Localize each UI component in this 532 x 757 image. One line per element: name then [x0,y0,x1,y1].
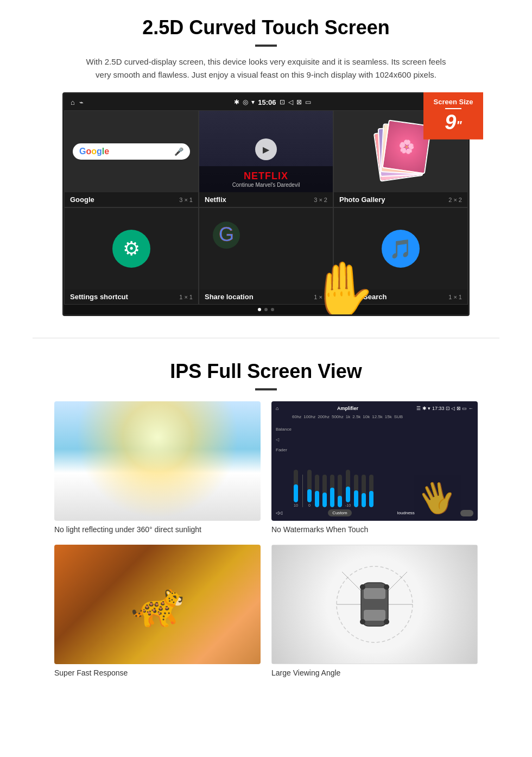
share-app-cell[interactable]: G G 🤚 Share location 1 × 1 [199,207,333,305]
section2-title: IPS Full Screen View [33,360,499,383]
amp-slider-6 [338,475,342,507]
settings-label-row: Settings shortcut 1 × 1 [65,289,198,304]
feature-sunlight-caption: No light reflecting under 360° direct su… [54,525,261,534]
car-visual [271,545,478,664]
window-icon: ▭ [305,98,311,106]
svg-point-11 [360,584,365,590]
app-grid-top: Google 🎤 Google 3 × 1 ▶ [64,110,468,207]
share-cell-inner: G G 🤚 [199,208,333,289]
section1-title: 2.5D Curved Touch Screen [33,16,499,39]
dots-navigation [64,305,468,314]
screen-size-badge: Screen Size 9" [423,92,483,140]
amp-speaker-icon: ◁ [276,437,292,442]
settings-cell-inner: ⚙ [65,208,198,289]
amp-fader-label: Fader [276,447,292,452]
amp-slider-7: -10 [345,470,351,507]
section1-divider [255,45,277,47]
netflix-app-cell[interactable]: ▶ NETFLIX Continue Marvel's Daredevil Ne… [199,110,333,207]
google-label-row: Google 3 × 1 [65,192,198,207]
google-app-cell[interactable]: Google 🎤 Google 3 × 1 [64,110,199,207]
camera-icon: ⊡ [280,98,285,106]
wifi-icon: ▾ [251,98,255,106]
google-cell-inner: Google 🎤 [65,111,198,192]
photos-app-name: Photo Gallery [339,195,385,204]
badge-title-text: Screen Size [428,98,479,106]
amp-divider [302,475,303,507]
car-diagram [331,561,418,648]
settings-icon-bg: ⚙ [112,230,150,268]
netflix-app-size: 3 × 2 [314,197,327,203]
amp-title: Amplifier [337,406,358,411]
hand-pointing: 🤚 [308,258,376,316]
status-center: ✱ ◎ ▾ 15:06 ⊡ ◁ ⊠ ▭ [84,98,461,106]
amp-back-icon: ◁◁ [276,510,282,515]
status-bar: ⌂ ⌁ ✱ ◎ ▾ 15:06 ⊡ ◁ ⊠ ▭ [64,94,468,110]
amp-slider-1: 10 [294,470,298,507]
amp-balance-label: Balance [276,427,292,432]
svg-point-14 [384,619,389,624]
status-left: ⌂ ⌁ [71,98,84,106]
settings-app-cell[interactable]: ⚙ Settings shortcut 1 × 1 [64,207,199,305]
feature-sunlight: No light reflecting under 360° direct su… [54,401,261,534]
dot-1[interactable] [258,308,261,311]
badge-number: 9 [445,111,456,134]
section-ips: IPS Full Screen View No light reflecting… [0,349,532,693]
feature-amplifier-caption: No Watermarks When Touch [271,525,478,534]
home-icon[interactable]: ⌂ [71,98,75,106]
dot-2[interactable] [264,308,268,311]
amp-slider-9 [362,475,366,507]
viewing-angle-circle [331,561,418,648]
section1-description: With 2.5D curved-display screen, this de… [81,55,451,81]
netflix-app-name: Netflix [205,195,226,204]
badge-inch: " [456,118,461,132]
dot-3[interactable] [271,308,274,311]
amp-freq-labels: 60hz100hz200hz500hz1k2.5k10k12.5k15kSUB [276,414,473,419]
svg-point-12 [384,584,389,590]
volume-icon: ◁ [288,98,293,106]
badge-size-number: 9" [428,111,479,134]
share-app-name: Share location [205,293,254,301]
netflix-cell-inner: ▶ NETFLIX Continue Marvel's Daredevil [199,111,333,192]
sun-rays [76,401,239,519]
svg-rect-10 [364,610,385,621]
amp-slider-2: 0 [307,470,312,507]
feature-amplifier: ⌂ Amplifier ☰ ✱ ▾ 17:33 ⊡ ◁ ⊠ ▭ ← 60hz10… [271,401,478,534]
device-container: Screen Size 9" ⌂ ⌁ ✱ ◎ ▾ 15:06 ⊡ ◁ [54,92,478,316]
netflix-play-button[interactable]: ▶ [255,138,277,160]
app-grid-bottom: ⚙ Settings shortcut 1 × 1 G [64,207,468,305]
svg-point-13 [360,619,365,624]
amp-slider-8 [354,475,358,507]
amp-slider-4 [322,475,327,507]
google-app-name: Google [70,195,94,204]
feature-car: Large Viewing Angle [271,545,478,677]
close-icon: ⊠ [296,98,302,106]
gear-icon: ⚙ [123,237,140,260]
google-mic-icon[interactable]: 🎤 [174,147,183,156]
google-search-bar[interactable]: Google 🎤 [73,143,190,160]
amp-slider-10 [369,475,373,507]
amplifier-visual: ⌂ Amplifier ☰ ✱ ▾ 17:33 ⊡ ◁ ⊠ ▭ ← 60hz10… [271,401,478,521]
location-icon: ◎ [243,98,248,106]
netflix-subtitle: Continue Marvel's Daredevil [205,182,327,188]
feature-cheetah-image: 🐆 [54,545,261,664]
google-app-size: 3 × 1 [179,197,193,203]
netflix-logo: NETFLIX [205,171,327,182]
cheetah-icon: 🐆 [130,579,185,630]
photos-label-row: Photo Gallery 2 × 2 [334,192,467,207]
photos-app-size: 2 × 2 [448,197,462,203]
feature-sunlight-image [54,401,261,521]
settings-app-name: Settings shortcut [70,293,128,301]
maps-icon: G G [210,219,243,251]
amp-custom-btn[interactable]: Custom [328,509,352,516]
features-grid: No light reflecting under 360° direct su… [54,401,478,677]
sunlight-visual [54,401,261,521]
section-curved-screen: 2.5D Curved Touch Screen With 2.5D curve… [0,0,532,327]
feature-cheetah: 🐆 Super Fast Response [54,545,261,677]
settings-app-size: 1 × 1 [179,294,193,300]
feature-cheetah-caption: Super Fast Response [54,668,261,677]
bluetooth-icon: ✱ [234,98,239,106]
svg-text:G: G [218,223,233,245]
sound-icon-bg: 🎵 [382,230,420,268]
svg-rect-9 [364,588,385,599]
amp-loudness-toggle[interactable] [460,510,473,516]
